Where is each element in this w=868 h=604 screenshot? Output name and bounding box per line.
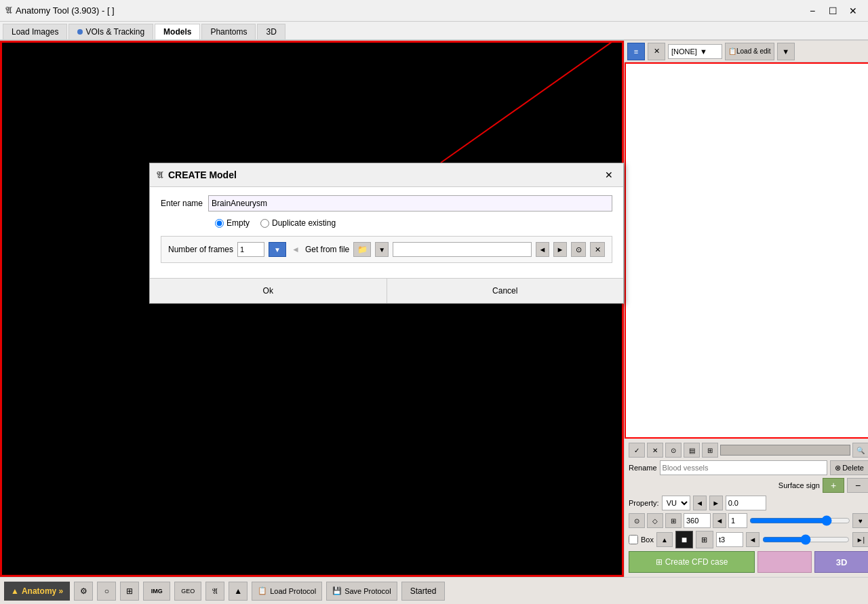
file-path-input[interactable] [393, 242, 532, 257]
frames-dropdown-btn[interactable]: ▼ [269, 242, 286, 257]
box-left-btn[interactable]: ◄ [746, 532, 760, 547]
property-row: Property: VU ◄ ► [629, 496, 868, 510]
enter-name-label: Enter name [161, 199, 203, 208]
opacity-slider-left-btn[interactable]: ◄ [713, 513, 726, 528]
status-icon-btn-6[interactable]: 𝔄 [205, 582, 224, 601]
create-cfd-btn[interactable]: ⊞ Create CFD case [629, 551, 755, 573]
right-panel-main: ≡ ✕ [NONE] ▼ 📋 Load & edit ▼ [625, 41, 868, 577]
maximize-button[interactable]: ☐ [823, 1, 842, 20]
cfd-row: ⊞ Create CFD case 3D [629, 551, 868, 573]
tab-phantoms-label: Phantoms [210, 27, 247, 37]
status-icon-btn-7[interactable]: ▲ [229, 582, 248, 601]
cancel-button[interactable]: Cancel [387, 279, 624, 303]
tab-vois-tracking[interactable]: VOIs & Tracking [68, 24, 153, 39]
modal-icon: 𝔄 [157, 169, 163, 181]
opacity-val-input[interactable] [728, 513, 747, 528]
toolbar-x-btn[interactable]: ✕ [648, 43, 665, 60]
sign-minus-btn[interactable]: − [847, 478, 868, 493]
cfd-icon: ⊞ [656, 557, 663, 567]
model-dropdown[interactable]: [NONE] ▼ [668, 44, 722, 59]
status-icon-btn-1[interactable]: ⚙ [74, 582, 93, 601]
frames-clear-btn[interactable]: ⊙ [571, 242, 586, 257]
delete-button[interactable]: ⊗ Delete [830, 460, 868, 475]
load-protocol-btn[interactable]: 📋 Load Protocol [252, 582, 322, 601]
radio-empty-label[interactable]: Empty [215, 218, 250, 228]
right-panel: ≡ ✕ [NONE] ▼ 📋 Load & edit ▼ [624, 41, 868, 577]
right-panel-content: ≡ ✕ [NONE] ▼ 📋 Load & edit ▼ [625, 41, 868, 577]
load-protocol-label: Load Protocol [270, 587, 316, 595]
box-checkbox[interactable] [629, 535, 638, 544]
frames-x-btn[interactable]: ✕ [590, 242, 605, 257]
opacity-slider[interactable] [749, 515, 850, 526]
property-value-input[interactable] [726, 496, 766, 510]
rename-label: Rename [629, 464, 657, 472]
load-edit-dropdown-btn[interactable]: ▼ [777, 43, 795, 60]
anatomy-btn[interactable]: ▲ Anatomy » [4, 582, 70, 601]
app-icon: 𝔄 [5, 5, 12, 16]
cfd-pink-area [757, 551, 812, 573]
frames-row: Number of frames ▼ ◄ Get from file 📁 ▼ ◄… [161, 236, 612, 263]
status-icon-btn-3[interactable]: ⊞ [120, 582, 139, 601]
tab-load-images[interactable]: Load Images [3, 24, 67, 39]
file-dropdown-btn[interactable]: ▼ [375, 242, 389, 257]
copy-btn[interactable]: ⊞ [702, 443, 718, 458]
box-up-btn[interactable]: ▲ [656, 532, 673, 547]
save-protocol-icon: 💾 [332, 586, 342, 595]
tab-phantoms[interactable]: Phantoms [201, 24, 256, 39]
tab-models[interactable]: Models [155, 24, 200, 39]
right-white-area [625, 62, 868, 439]
opacity-heart-btn[interactable]: ♥ [852, 513, 868, 528]
main-content: 𝔄 CREATE Model ✕ Enter name [0, 41, 868, 577]
threed-btn[interactable]: 3D [814, 551, 868, 573]
box-slider[interactable] [762, 534, 850, 545]
box-square-btn[interactable]: ■ [675, 531, 693, 548]
radio-empty[interactable] [215, 219, 224, 228]
rename-input[interactable] [660, 460, 828, 475]
modal-overlay: 𝔄 CREATE Model ✕ Enter name [0, 41, 624, 577]
reject-btn[interactable]: ✕ [647, 443, 663, 458]
model-list-btn[interactable]: ≡ [627, 43, 645, 60]
ok-button[interactable]: Ok [150, 279, 387, 303]
load-edit-btn[interactable]: 📋 Load & edit [725, 43, 774, 60]
layers-btn[interactable]: ▤ [684, 443, 700, 458]
box-end-btn[interactable]: ►| [852, 532, 868, 547]
model-list-icon: ≡ [634, 47, 638, 56]
opacity-deg-input[interactable] [684, 513, 711, 528]
radio-duplicate-label[interactable]: Duplicate existing [260, 218, 336, 228]
frames-input[interactable] [237, 242, 264, 257]
tab-3d[interactable]: 3D [257, 24, 285, 39]
cfd-label: Create CFD case [665, 557, 728, 567]
box-num-input[interactable] [716, 532, 743, 547]
folder-button[interactable]: 📁 [353, 242, 371, 257]
modal-body: Enter name Empty Duplicate existing [150, 187, 623, 278]
nav-prev-btn[interactable]: ◄ [536, 242, 549, 257]
modal-close-button[interactable]: ✕ [601, 167, 616, 182]
vu-select[interactable]: VU [662, 496, 690, 510]
started-button[interactable]: Started [401, 582, 446, 601]
model-name-input[interactable] [208, 195, 612, 212]
minimize-button[interactable]: − [803, 1, 822, 20]
right-bottom-controls: ✓ ✕ ⊙ ▤ ⊞ 🔍 Rename ⊗ Delet [625, 439, 868, 577]
surface-sign-label: Surface sign [629, 481, 820, 489]
zoom-btn[interactable]: 🔍 [852, 443, 868, 458]
circle-btn[interactable]: ⊙ [665, 443, 682, 458]
sign-plus-btn[interactable]: + [823, 478, 844, 493]
prop-prev-btn[interactable]: ◄ [693, 496, 707, 510]
opacity-grid-btn[interactable]: ⊞ [665, 513, 682, 528]
status-icon-btn-2[interactable]: ○ [97, 582, 116, 601]
nav-next-btn[interactable]: ► [553, 242, 567, 257]
opacity-diamond-btn[interactable]: ◇ [647, 513, 663, 528]
opacity-circle-btn[interactable]: ⊙ [629, 513, 645, 528]
box-light-btn[interactable]: ⊞ [696, 531, 713, 548]
confirm-btn[interactable]: ✓ [629, 443, 645, 458]
status-icon-btn-5[interactable]: GEO [174, 582, 201, 601]
status-icon-btn-4[interactable]: IMG [143, 582, 170, 601]
save-protocol-label: Save Protocol [344, 587, 391, 595]
create-model-dialog: 𝔄 CREATE Model ✕ Enter name [149, 163, 624, 304]
prop-next-btn[interactable]: ► [709, 496, 723, 510]
radio-duplicate[interactable] [260, 219, 269, 228]
tab-vois-tracking-label: VOIs & Tracking [85, 27, 144, 37]
title-bar: 𝔄 Anatomy Tool (3.903) - [ ] − ☐ ✕ [0, 0, 868, 22]
save-protocol-btn[interactable]: 💾 Save Protocol [326, 582, 397, 601]
close-button[interactable]: ✕ [844, 1, 863, 20]
